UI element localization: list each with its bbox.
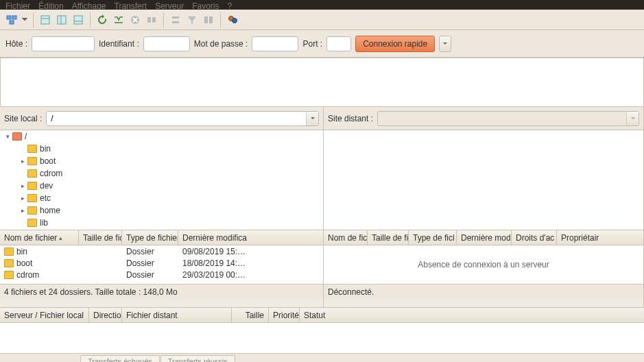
tree-expander-icon[interactable]: ▸ <box>18 207 27 214</box>
col-status[interactable]: Statut <box>300 308 644 322</box>
toggle-log-icon[interactable] <box>38 12 53 27</box>
menu-file[interactable]: Fichier <box>5 1 30 8</box>
tree-item[interactable]: cdrom <box>0 167 323 180</box>
host-input[interactable] <box>32 36 95 51</box>
search-icon[interactable] <box>225 12 240 27</box>
file-modified: 18/08/2019 14:… <box>178 258 254 268</box>
tree-item[interactable]: ▸home <box>0 204 323 217</box>
cancel-icon[interactable] <box>128 12 143 27</box>
message-log[interactable] <box>0 58 644 107</box>
filter-icon[interactable] <box>184 12 200 27</box>
tree-item[interactable]: ▾/ <box>0 130 323 143</box>
menu-edit[interactable]: Édition <box>38 1 64 8</box>
file-name: boot <box>16 258 32 268</box>
folder-icon <box>4 259 14 267</box>
compare-icon[interactable] <box>201 12 216 27</box>
col-type[interactable]: Type de ficl <box>409 230 457 245</box>
tree-expander-icon[interactable]: ▸ <box>18 195 27 202</box>
queue-list[interactable] <box>0 323 644 353</box>
col-modified[interactable]: Dernière modifica <box>178 230 254 245</box>
tab-success[interactable]: Transferts réussis <box>160 355 235 362</box>
pass-label: Mot de passe : <box>194 39 248 49</box>
sort-asc-icon: ▴ <box>59 234 62 241</box>
svg-rect-15 <box>209 16 213 23</box>
file-name: cdrom <box>16 270 39 280</box>
remote-file-list[interactable]: Absence de connexion à un serveur <box>324 245 643 284</box>
list-item[interactable]: binDossier09/08/2019 15:… <box>0 245 323 257</box>
toggle-tree-icon[interactable] <box>54 12 69 27</box>
col-size[interactable]: Taille <box>232 308 269 322</box>
col-size[interactable]: Taille de fi <box>368 230 409 245</box>
col-priority[interactable]: Priorité <box>269 308 300 322</box>
folder-icon <box>12 132 22 141</box>
local-site-input[interactable] <box>47 114 306 123</box>
tree-item[interactable]: ▸dev <box>0 180 323 192</box>
menu-view[interactable]: Affichage <box>72 1 106 8</box>
folder-icon <box>27 206 37 215</box>
local-list-header[interactable]: Nom de fichier▴ Taille de fic Type de fi… <box>0 230 323 245</box>
menu-help[interactable]: ? <box>228 1 232 8</box>
col-owner[interactable]: Propriétair <box>557 230 643 245</box>
menu-server[interactable]: Serveur <box>155 1 184 8</box>
host-label: Hôte : <box>5 39 27 49</box>
remote-tree[interactable] <box>324 130 643 230</box>
sitemanager-dropdown[interactable] <box>21 12 29 27</box>
folder-icon <box>27 169 37 178</box>
process-queue-icon[interactable] <box>111 12 126 27</box>
file-name: bin <box>16 247 27 256</box>
folder-icon <box>27 157 37 165</box>
menu-bookmarks[interactable]: Favoris <box>192 1 219 8</box>
local-site-combo[interactable] <box>46 111 319 126</box>
folder-icon <box>4 248 14 256</box>
chevron-down-icon[interactable] <box>306 112 318 125</box>
tree-item-label: dev <box>40 181 53 191</box>
tree-expander-icon[interactable]: ▸ <box>18 182 27 189</box>
sitemanager-icon[interactable] <box>4 12 19 27</box>
toggle-queue-icon[interactable] <box>71 12 86 27</box>
tree-item[interactable]: lib <box>0 217 323 229</box>
svg-rect-0 <box>7 16 11 19</box>
tree-item-label: etc <box>40 193 51 203</box>
tree-item[interactable]: ▸etc <box>0 192 323 204</box>
tree-expander-icon[interactable]: ▸ <box>18 158 27 165</box>
transfer-queue: Serveur / Fichier local Directio Fichier… <box>0 307 644 362</box>
local-pane: Site local : ▾/bin▸bootcdrom▸dev▸etc▸hom… <box>0 107 324 307</box>
disconnect-icon[interactable] <box>144 12 159 27</box>
col-perms[interactable]: Droits d'ac <box>512 230 557 245</box>
local-status: 4 fichiers et 24 dossiers. Taille totale… <box>0 284 323 299</box>
port-input[interactable] <box>326 36 351 51</box>
tree-item-label: home <box>40 206 60 215</box>
refresh-icon[interactable] <box>95 12 110 27</box>
remote-list-header[interactable]: Nom de fic Taille de fi Type de ficl Der… <box>324 230 643 245</box>
col-modified[interactable]: Dernière modi <box>457 230 512 245</box>
local-site-label: Site local : <box>4 114 42 123</box>
tree-expander-icon[interactable]: ▾ <box>3 133 12 140</box>
col-size[interactable]: Taille de fic <box>79 230 122 245</box>
quick-connect-button[interactable]: Connexion rapide <box>355 36 435 52</box>
tab-failed[interactable]: Transferts échoués <box>80 355 160 362</box>
list-item[interactable]: cdromDossier29/03/2019 00:… <box>0 269 323 280</box>
list-item[interactable]: bootDossier18/08/2019 14:… <box>0 257 323 269</box>
quick-connect-dropdown[interactable] <box>439 36 451 52</box>
pass-input[interactable] <box>252 36 298 51</box>
user-input[interactable] <box>143 36 190 51</box>
col-name[interactable]: Nom de fic <box>324 230 368 245</box>
col-type[interactable]: Type de fichier <box>122 230 178 245</box>
col-remotefile[interactable]: Fichier distant <box>122 308 232 322</box>
queue-tabs: Transferts échoués Transferts réussis <box>0 353 644 362</box>
menu-transfer[interactable]: Transfert <box>115 1 147 8</box>
col-direction[interactable]: Directio <box>89 308 122 322</box>
local-tree[interactable]: ▾/bin▸bootcdrom▸dev▸etc▸homelib <box>0 130 323 230</box>
local-file-list[interactable]: binDossier09/08/2019 15:…bootDossier18/0… <box>0 245 323 284</box>
col-server[interactable]: Serveur / Fichier local <box>0 308 89 322</box>
port-label: Port : <box>302 39 322 49</box>
col-name[interactable]: Nom de fichier▴ <box>0 230 79 245</box>
remote-status: Déconnecté. <box>324 284 643 299</box>
toolbar <box>0 10 644 30</box>
tree-item[interactable]: bin <box>0 143 323 155</box>
remote-empty-message: Absence de connexion à un serveur <box>418 260 549 269</box>
folder-icon <box>27 194 37 202</box>
queue-header[interactable]: Serveur / Fichier local Directio Fichier… <box>0 308 644 323</box>
reconnect-icon[interactable] <box>168 12 183 27</box>
tree-item[interactable]: ▸boot <box>0 155 323 167</box>
